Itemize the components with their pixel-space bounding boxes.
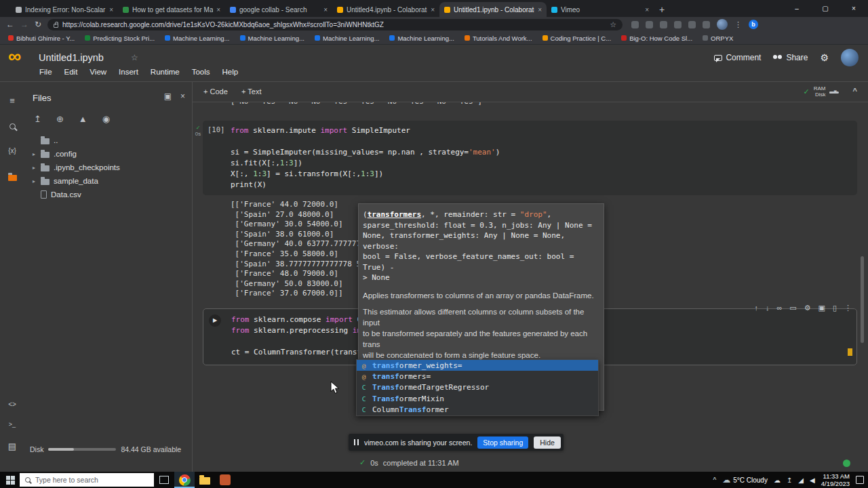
bookmark-item[interactable]: ORPYX	[703, 35, 733, 42]
update-icon[interactable]: ↥	[787, 476, 792, 484]
menu-runtime[interactable]: Runtime	[151, 68, 180, 76]
more-actions-icon[interactable]: ⋮	[844, 304, 852, 312]
taskbar-app-button[interactable]	[215, 472, 235, 488]
browser-tab[interactable]: google collab - Search ×	[225, 2, 332, 17]
star-notebook-icon[interactable]: ☆	[131, 53, 138, 62]
chevron-right-icon[interactable]: ▸	[31, 178, 37, 184]
task-view-button[interactable]	[154, 472, 174, 488]
files-icon[interactable]	[0, 173, 24, 183]
run-cell-button[interactable]: ▶	[209, 314, 221, 327]
menu-file[interactable]: File	[39, 68, 52, 76]
bookmark-star-icon[interactable]: ☆	[610, 20, 616, 29]
move-cell-up-icon[interactable]: ↑	[754, 304, 758, 312]
action-center-icon[interactable]	[856, 476, 864, 484]
tab-close-icon[interactable]: ×	[216, 6, 220, 14]
comment-button[interactable]: Comment	[714, 53, 761, 62]
extension-icon[interactable]	[674, 21, 682, 28]
puzzle-icon[interactable]	[703, 21, 710, 28]
pause-sharing-icon[interactable]	[354, 439, 359, 445]
code-editor[interactable]: from sklearn.impute import SimpleImputer…	[231, 125, 500, 190]
new-folder-icon[interactable]: ⊕	[56, 114, 64, 124]
bookmark-item[interactable]: Bibhuti Ghimire - Y...	[8, 35, 75, 42]
volume-icon[interactable]: ◀	[810, 476, 815, 484]
notebook-title[interactable]: Untitled1.ipynb	[39, 52, 104, 63]
chevron-right-icon[interactable]: ▸	[31, 151, 37, 157]
file-row[interactable]: Data.csv	[24, 188, 192, 201]
url-text[interactable]: https://colab.research.google.com/drive/…	[62, 21, 606, 28]
browser-tab[interactable]: Vimeo ×	[547, 2, 654, 17]
start-button[interactable]	[6, 476, 15, 485]
menu-insert[interactable]: Insert	[119, 68, 138, 76]
file-row[interactable]: ▸.ipynb_checkpoints	[24, 161, 192, 174]
notebook-scroll-area[interactable]: ['No' 'Yes' 'No' 'No' 'Yes' 'Yes' 'No' '…	[193, 102, 868, 472]
user-avatar[interactable]	[841, 49, 859, 66]
autocomplete-item[interactable]: C ColumnTransformer	[357, 405, 598, 415]
link-cell-icon[interactable]: ∞	[776, 304, 782, 312]
autocomplete-item[interactable]: C TransformerMixin	[357, 393, 598, 404]
comment-cell-icon[interactable]: ▭	[789, 304, 796, 312]
share-button[interactable]: Share	[773, 53, 808, 62]
menu-help[interactable]: Help	[222, 68, 239, 76]
extension-icon[interactable]	[646, 21, 653, 28]
window-close-button[interactable]: ×	[840, 0, 868, 17]
copy-cell-icon[interactable]: ▣	[818, 304, 825, 312]
code-snippets-icon[interactable]: <>	[0, 401, 24, 408]
add-code-button[interactable]: + Code	[203, 87, 228, 96]
weather-widget[interactable]: ☁5°C Cloudy	[722, 475, 768, 485]
scrollbar-thumb[interactable]	[861, 256, 864, 343]
browser-tab[interactable]: How to get datasets for Machine ×	[118, 2, 225, 17]
autocomplete-item-selected[interactable]: @ transformer_weights=	[357, 360, 598, 371]
delete-cell-icon[interactable]: ▯	[833, 304, 837, 312]
bookmark-item[interactable]: Coding Practice | C...	[542, 35, 612, 42]
chevron-right-icon[interactable]: ▸	[31, 165, 37, 171]
back-button[interactable]: ←	[6, 20, 14, 29]
cell-settings-icon[interactable]: ⚙	[804, 304, 811, 312]
stop-sharing-button[interactable]: Stop sharing	[477, 436, 528, 449]
taskbar-search[interactable]: Type here to search	[20, 473, 154, 487]
extension-icon[interactable]	[660, 21, 667, 28]
bookmark-item[interactable]: Predicting Stock Pri...	[85, 35, 155, 42]
command-palette-icon[interactable]: >_	[0, 421, 24, 428]
execution-count[interactable]: [10]	[208, 125, 224, 134]
collapse-sections-icon[interactable]: ^	[853, 87, 857, 95]
resources-widget[interactable]: ✓ RAMDisk ▾	[803, 85, 837, 98]
menu-edit[interactable]: Edit	[64, 68, 78, 76]
address-bar[interactable]: https://colab.research.google.com/drive/…	[47, 19, 623, 30]
menu-tools[interactable]: Tools	[192, 68, 210, 76]
file-row[interactable]: ..	[24, 134, 192, 147]
menu-view[interactable]: View	[90, 68, 106, 76]
network-icon[interactable]: ◢	[798, 476, 804, 484]
forward-button[interactable]: →	[20, 20, 28, 29]
window-minimize-button[interactable]: –	[783, 0, 811, 17]
reload-button[interactable]: ↻	[35, 20, 41, 29]
toggle-hidden-files-icon[interactable]: ◉	[102, 114, 110, 124]
add-text-button[interactable]: + Text	[241, 87, 261, 96]
browser-menu-icon[interactable]: ⋮	[734, 20, 742, 29]
browser-profile-avatar[interactable]	[717, 19, 728, 30]
colab-logo[interactable]: ∞	[8, 46, 21, 67]
bookmark-item[interactable]: Big-O: How Code Sl...	[621, 35, 692, 42]
code-cell[interactable]: [10] from sklearn.impute import SimpleIm…	[203, 121, 857, 195]
onedrive-icon[interactable]: ☁	[774, 476, 781, 484]
browser-tab[interactable]: Indexing Error: Non-Scalar Key ×	[11, 2, 118, 17]
tab-close-icon[interactable]: ×	[645, 6, 649, 14]
bookmark-item[interactable]: Machine Learning...	[389, 35, 454, 42]
bookmark-item[interactable]: Machine Learning...	[315, 35, 379, 42]
tab-close-icon[interactable]: ×	[323, 6, 328, 14]
profile-badge[interactable]: b	[749, 20, 758, 29]
upload-file-icon[interactable]: ↥	[34, 114, 41, 124]
browser-tab-active[interactable]: Untitled1.ipynb - Colaboratory ×	[439, 2, 547, 17]
tab-close-icon[interactable]: ×	[538, 6, 542, 14]
hidden-icons-chevron[interactable]: ^	[713, 476, 717, 484]
variables-icon[interactable]: {x}	[0, 147, 24, 155]
side-panel-icon[interactable]	[631, 21, 639, 28]
file-row[interactable]: ▸sample_data	[24, 174, 192, 188]
table-of-contents-icon[interactable]: ≡	[0, 96, 24, 106]
open-in-tab-icon[interactable]: ▣	[164, 92, 172, 101]
file-row[interactable]: ▸.config	[24, 147, 192, 161]
search-icon[interactable]	[0, 121, 24, 131]
window-maximize-button[interactable]: ▢	[811, 0, 840, 17]
close-panel-icon[interactable]: ×	[180, 92, 185, 101]
browser-tab[interactable]: Untitled4.ipynb - Colaboratory ×	[332, 2, 439, 17]
taskbar-chrome-button[interactable]	[174, 472, 195, 488]
